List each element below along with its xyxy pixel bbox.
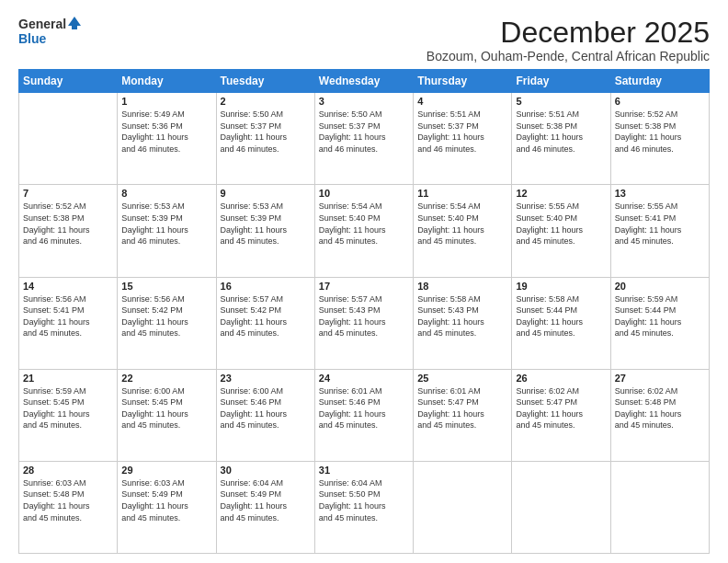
day-number: 3	[319, 96, 409, 107]
day-info: Sunrise: 5:56 AMSunset: 5:42 PMDaylight:…	[121, 293, 211, 339]
calendar-cell: 25Sunrise: 6:01 AMSunset: 5:47 PMDayligh…	[414, 369, 512, 461]
logo-general-text: General	[18, 17, 66, 31]
calendar-cell: 19Sunrise: 5:58 AMSunset: 5:44 PMDayligh…	[512, 277, 610, 369]
calendar-cell: 17Sunrise: 5:57 AMSunset: 5:43 PMDayligh…	[314, 277, 413, 369]
day-number: 15	[121, 281, 211, 292]
calendar-table: Sunday Monday Tuesday Wednesday Thursday…	[18, 69, 710, 554]
calendar-cell: 16Sunrise: 5:57 AMSunset: 5:42 PMDayligh…	[216, 277, 314, 369]
calendar-cell	[512, 461, 610, 553]
day-number: 21	[23, 373, 113, 384]
logo-icon	[68, 17, 81, 29]
week-row-2: 7Sunrise: 5:52 AMSunset: 5:38 PMDaylight…	[19, 185, 710, 277]
calendar-cell	[414, 461, 512, 553]
calendar-cell: 23Sunrise: 6:00 AMSunset: 5:46 PMDayligh…	[216, 369, 314, 461]
calendar-cell	[610, 461, 709, 553]
day-number: 28	[23, 465, 113, 476]
day-number: 12	[516, 188, 606, 199]
col-wednesday: Wednesday	[314, 70, 413, 93]
day-number: 13	[615, 188, 705, 199]
svg-marker-0	[68, 17, 81, 29]
day-number: 23	[221, 373, 311, 384]
day-number: 19	[516, 281, 606, 292]
calendar-cell: 9Sunrise: 5:53 AMSunset: 5:39 PMDaylight…	[216, 185, 314, 277]
day-number: 17	[319, 281, 409, 292]
calendar-cell: 18Sunrise: 5:58 AMSunset: 5:43 PMDayligh…	[414, 277, 512, 369]
day-number: 14	[23, 281, 113, 292]
day-info: Sunrise: 5:51 AMSunset: 5:37 PMDaylight:…	[417, 109, 507, 155]
day-number: 1	[121, 96, 211, 107]
day-number: 7	[23, 188, 113, 199]
day-info: Sunrise: 5:58 AMSunset: 5:43 PMDaylight:…	[417, 293, 507, 339]
day-info: Sunrise: 5:54 AMSunset: 5:40 PMDaylight:…	[319, 201, 409, 247]
calendar-cell: 1Sunrise: 5:49 AMSunset: 5:36 PMDaylight…	[118, 93, 216, 185]
day-info: Sunrise: 6:03 AMSunset: 5:48 PMDaylight:…	[23, 477, 113, 523]
calendar-cell: 31Sunrise: 6:04 AMSunset: 5:50 PMDayligh…	[314, 461, 413, 553]
day-info: Sunrise: 5:59 AMSunset: 5:45 PMDaylight:…	[23, 385, 113, 431]
day-number: 24	[319, 373, 409, 384]
calendar-cell	[19, 93, 118, 185]
col-saturday: Saturday	[610, 70, 709, 93]
day-number: 2	[221, 96, 311, 107]
day-info: Sunrise: 5:54 AMSunset: 5:40 PMDaylight:…	[417, 201, 507, 247]
day-info: Sunrise: 5:53 AMSunset: 5:39 PMDaylight:…	[121, 201, 211, 247]
day-number: 31	[319, 465, 409, 476]
calendar-cell: 29Sunrise: 6:03 AMSunset: 5:49 PMDayligh…	[118, 461, 216, 553]
day-number: 6	[615, 96, 705, 107]
day-info: Sunrise: 5:55 AMSunset: 5:41 PMDaylight:…	[615, 201, 705, 247]
col-friday: Friday	[512, 70, 610, 93]
day-number: 5	[516, 96, 606, 107]
day-number: 29	[121, 465, 211, 476]
day-info: Sunrise: 5:52 AMSunset: 5:38 PMDaylight:…	[615, 109, 705, 155]
calendar-cell: 13Sunrise: 5:55 AMSunset: 5:41 PMDayligh…	[610, 185, 709, 277]
day-number: 4	[417, 96, 507, 107]
week-row-4: 21Sunrise: 5:59 AMSunset: 5:45 PMDayligh…	[19, 369, 710, 461]
col-sunday: Sunday	[19, 70, 118, 93]
week-row-3: 14Sunrise: 5:56 AMSunset: 5:41 PMDayligh…	[19, 277, 710, 369]
col-thursday: Thursday	[414, 70, 512, 93]
day-info: Sunrise: 6:04 AMSunset: 5:49 PMDaylight:…	[221, 477, 311, 523]
week-row-5: 28Sunrise: 6:03 AMSunset: 5:48 PMDayligh…	[19, 461, 710, 553]
calendar-cell: 15Sunrise: 5:56 AMSunset: 5:42 PMDayligh…	[118, 277, 216, 369]
week-row-1: 1Sunrise: 5:49 AMSunset: 5:36 PMDaylight…	[19, 93, 710, 185]
day-number: 9	[221, 188, 311, 199]
calendar-cell: 20Sunrise: 5:59 AMSunset: 5:44 PMDayligh…	[610, 277, 709, 369]
calendar-cell: 12Sunrise: 5:55 AMSunset: 5:40 PMDayligh…	[512, 185, 610, 277]
logo: General Blue	[18, 17, 81, 46]
day-info: Sunrise: 6:04 AMSunset: 5:50 PMDaylight:…	[319, 477, 409, 523]
day-number: 18	[417, 281, 507, 292]
calendar-cell: 30Sunrise: 6:04 AMSunset: 5:49 PMDayligh…	[216, 461, 314, 553]
day-number: 11	[417, 188, 507, 199]
calendar-cell: 26Sunrise: 6:02 AMSunset: 5:47 PMDayligh…	[512, 369, 610, 461]
day-info: Sunrise: 6:01 AMSunset: 5:47 PMDaylight:…	[417, 385, 507, 431]
calendar-cell: 28Sunrise: 6:03 AMSunset: 5:48 PMDayligh…	[19, 461, 118, 553]
day-number: 10	[319, 188, 409, 199]
month-title: December 2025	[427, 17, 710, 49]
calendar-cell: 5Sunrise: 5:51 AMSunset: 5:38 PMDaylight…	[512, 93, 610, 185]
calendar-cell: 22Sunrise: 6:00 AMSunset: 5:45 PMDayligh…	[118, 369, 216, 461]
day-info: Sunrise: 5:55 AMSunset: 5:40 PMDaylight:…	[516, 201, 606, 247]
day-info: Sunrise: 5:56 AMSunset: 5:41 PMDaylight:…	[23, 293, 113, 339]
day-info: Sunrise: 5:51 AMSunset: 5:38 PMDaylight:…	[516, 109, 606, 155]
calendar-cell: 10Sunrise: 5:54 AMSunset: 5:40 PMDayligh…	[314, 185, 413, 277]
calendar-cell: 8Sunrise: 5:53 AMSunset: 5:39 PMDaylight…	[118, 185, 216, 277]
day-info: Sunrise: 5:50 AMSunset: 5:37 PMDaylight:…	[319, 109, 409, 155]
day-number: 20	[615, 281, 705, 292]
title-section: December 2025 Bozoum, Ouham-Pende, Centr…	[427, 17, 710, 63]
day-info: Sunrise: 5:59 AMSunset: 5:44 PMDaylight:…	[615, 293, 705, 339]
day-info: Sunrise: 5:52 AMSunset: 5:38 PMDaylight:…	[23, 201, 113, 247]
col-tuesday: Tuesday	[216, 70, 314, 93]
day-number: 22	[121, 373, 211, 384]
calendar-cell: 21Sunrise: 5:59 AMSunset: 5:45 PMDayligh…	[19, 369, 118, 461]
calendar-page: General Blue December 2025 Bozoum, Ouham…	[0, 0, 728, 563]
calendar-cell: 27Sunrise: 6:02 AMSunset: 5:48 PMDayligh…	[610, 369, 709, 461]
calendar-cell: 6Sunrise: 5:52 AMSunset: 5:38 PMDaylight…	[610, 93, 709, 185]
day-info: Sunrise: 5:57 AMSunset: 5:42 PMDaylight:…	[221, 293, 311, 339]
calendar-cell: 7Sunrise: 5:52 AMSunset: 5:38 PMDaylight…	[19, 185, 118, 277]
day-info: Sunrise: 6:00 AMSunset: 5:45 PMDaylight:…	[121, 385, 211, 431]
day-info: Sunrise: 6:02 AMSunset: 5:47 PMDaylight:…	[516, 385, 606, 431]
calendar-cell: 11Sunrise: 5:54 AMSunset: 5:40 PMDayligh…	[414, 185, 512, 277]
calendar-cell: 4Sunrise: 5:51 AMSunset: 5:37 PMDaylight…	[414, 93, 512, 185]
calendar-cell: 3Sunrise: 5:50 AMSunset: 5:37 PMDaylight…	[314, 93, 413, 185]
location-title: Bozoum, Ouham-Pende, Central African Rep…	[427, 49, 710, 63]
day-info: Sunrise: 5:49 AMSunset: 5:36 PMDaylight:…	[121, 109, 211, 155]
